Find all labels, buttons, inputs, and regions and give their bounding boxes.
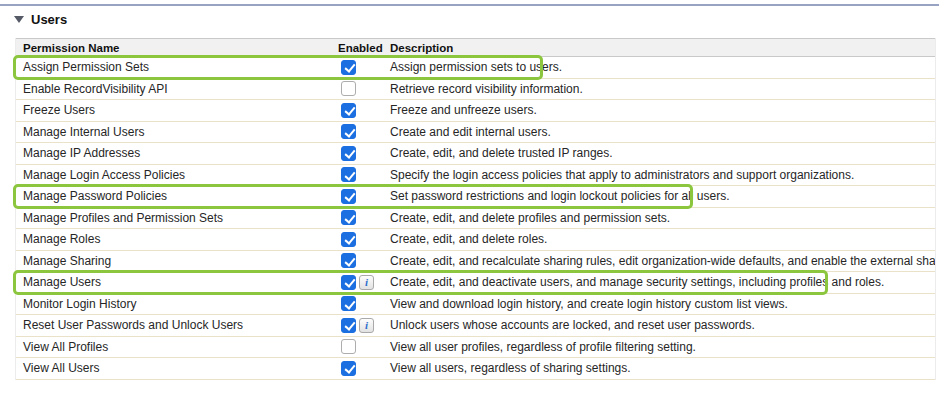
description-cell: Retrieve record visibility information. xyxy=(385,82,935,96)
enabled-cell xyxy=(338,253,385,268)
info-icon[interactable]: i xyxy=(359,318,374,333)
table-row: Manage Password Policies Set password re… xyxy=(16,186,935,208)
permission-name-cell: Reset User Passwords and Unlock Users xyxy=(16,318,338,332)
permission-name-cell: View All Profiles xyxy=(16,340,338,354)
enabled-cell xyxy=(338,60,385,75)
table-row: Manage Users i Create, edit, and deactiv… xyxy=(16,272,935,294)
description-cell: Set password restrictions and login lock… xyxy=(385,189,935,203)
enabled-checkbox[interactable] xyxy=(341,232,356,247)
table-row: Manage Roles Create, edit, and delete ro… xyxy=(16,229,935,251)
description-cell: Assign permission sets to users. xyxy=(385,60,935,74)
enabled-checkbox[interactable] xyxy=(341,81,356,96)
collapse-triangle-icon[interactable] xyxy=(14,16,24,23)
enabled-checkbox[interactable] xyxy=(341,146,356,161)
enabled-cell xyxy=(338,339,385,354)
header-permission-name: Permission Name xyxy=(16,42,338,54)
enabled-cell xyxy=(338,103,385,118)
table-row: Reset User Passwords and Unlock Users i … xyxy=(16,315,935,337)
permission-name-cell: Monitor Login History xyxy=(16,297,338,311)
table-row: Manage Profiles and Permission Sets Crea… xyxy=(16,208,935,230)
permissions-table: Permission Name Enabled Description Assi… xyxy=(15,38,936,380)
enabled-cell xyxy=(338,167,385,182)
table-row: View All Profiles View all user profiles… xyxy=(16,337,935,359)
permissions-page: Users Permission Name Enabled Descriptio… xyxy=(0,0,939,402)
enabled-cell xyxy=(338,296,385,311)
permission-name-cell: Manage Users xyxy=(16,275,338,289)
description-cell: View all users, regardless of sharing se… xyxy=(385,361,935,375)
enabled-checkbox[interactable] xyxy=(341,167,356,182)
enabled-checkbox[interactable] xyxy=(341,60,356,75)
enabled-checkbox[interactable] xyxy=(341,103,356,118)
header-enabled: Enabled xyxy=(338,42,385,54)
enabled-checkbox[interactable] xyxy=(341,189,356,204)
table-row: Assign Permission Sets Assign permission… xyxy=(16,57,935,79)
enabled-checkbox[interactable] xyxy=(341,124,356,139)
users-section-header: Users xyxy=(14,12,67,27)
permission-name-cell: Manage Sharing xyxy=(16,254,338,268)
header-description: Description xyxy=(385,42,935,54)
enabled-checkbox[interactable] xyxy=(341,318,356,333)
permission-name-cell: Freeze Users xyxy=(16,103,338,117)
description-cell: View all user profiles, regardless of pr… xyxy=(385,340,935,354)
enabled-checkbox[interactable] xyxy=(341,275,356,290)
table-row: Freeze Users Freeze and unfreeze users. xyxy=(16,100,935,122)
description-cell: Specify the login access policies that a… xyxy=(385,168,935,182)
description-cell: Freeze and unfreeze users. xyxy=(385,103,935,117)
enabled-checkbox[interactable] xyxy=(341,253,356,268)
enabled-cell xyxy=(338,210,385,225)
enabled-checkbox[interactable] xyxy=(341,361,356,376)
description-cell: Unlock users whose accounts are locked, … xyxy=(385,318,935,332)
description-cell: Create, edit, and delete trusted IP rang… xyxy=(385,146,935,160)
description-cell: Create, edit, and deactivate users, and … xyxy=(385,275,935,289)
permission-name-cell: View All Users xyxy=(16,361,338,375)
enabled-cell: i xyxy=(338,318,385,333)
enabled-checkbox[interactable] xyxy=(341,210,356,225)
table-row: Manage Internal Users Create and edit in… xyxy=(16,122,935,144)
table-row: Manage IP Addresses Create, edit, and de… xyxy=(16,143,935,165)
table-row: Manage Login Access Policies Specify the… xyxy=(16,165,935,187)
table-row: Monitor Login History View and download … xyxy=(16,294,935,316)
description-cell: Create, edit, and delete profiles and pe… xyxy=(385,211,935,225)
permission-name-cell: Manage Roles xyxy=(16,232,338,246)
description-cell: Create, edit, and recalculate sharing ru… xyxy=(385,254,935,268)
permission-name-cell: Manage Profiles and Permission Sets xyxy=(16,211,338,225)
enabled-checkbox[interactable] xyxy=(341,339,356,354)
permission-name-cell: Manage IP Addresses xyxy=(16,146,338,160)
info-icon[interactable]: i xyxy=(359,275,374,290)
top-divider xyxy=(0,4,939,6)
section-title: Users xyxy=(31,12,67,27)
permission-name-cell: Assign Permission Sets xyxy=(16,60,338,74)
description-cell: Create, edit, and delete roles. xyxy=(385,232,935,246)
enabled-checkbox[interactable] xyxy=(341,296,356,311)
permission-name-cell: Manage Login Access Policies xyxy=(16,168,338,182)
permission-name-cell: Enable RecordVisibility API xyxy=(16,82,338,96)
table-row: Enable RecordVisibility API Retrieve rec… xyxy=(16,79,935,101)
table-body: Assign Permission Sets Assign permission… xyxy=(16,57,935,380)
enabled-cell xyxy=(338,189,385,204)
enabled-cell xyxy=(338,146,385,161)
enabled-cell xyxy=(338,124,385,139)
enabled-cell: i xyxy=(338,275,385,290)
enabled-cell xyxy=(338,81,385,96)
description-cell: Create and edit internal users. xyxy=(385,125,935,139)
enabled-cell xyxy=(338,232,385,247)
description-cell: View and download login history, and cre… xyxy=(385,297,935,311)
permission-name-cell: Manage Password Policies xyxy=(16,189,338,203)
table-row: View All Users View all users, regardles… xyxy=(16,358,935,380)
table-row: Manage Sharing Create, edit, and recalcu… xyxy=(16,251,935,273)
permission-name-cell: Manage Internal Users xyxy=(16,125,338,139)
table-header-row: Permission Name Enabled Description xyxy=(16,38,935,57)
enabled-cell xyxy=(338,361,385,376)
